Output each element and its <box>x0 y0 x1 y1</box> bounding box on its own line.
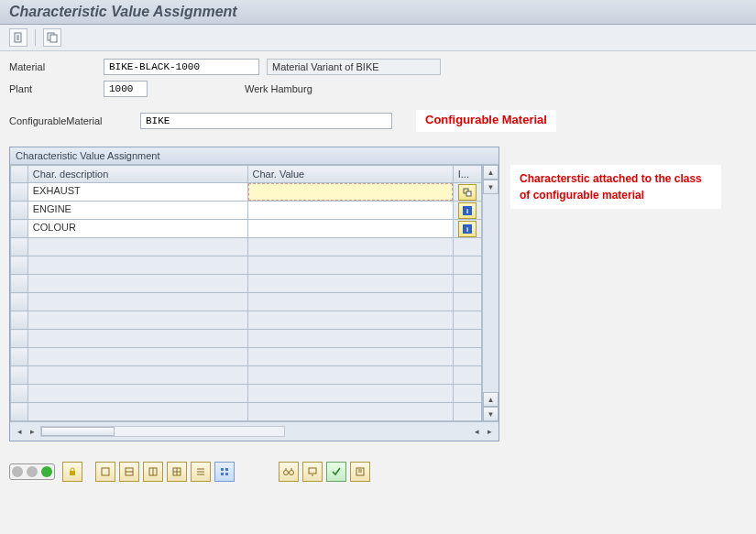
table-row[interactable] <box>11 330 482 348</box>
row-header[interactable] <box>11 256 28 275</box>
cell-char-value[interactable] <box>247 275 453 293</box>
char-value-input[interactable] <box>248 183 453 201</box>
cell-info[interactable] <box>453 330 481 348</box>
cell-char-description[interactable] <box>27 385 247 403</box>
cell-char-value[interactable] <box>247 293 453 311</box>
footer-btn-6[interactable] <box>214 462 235 482</box>
cell-char-value[interactable] <box>247 202 453 220</box>
cell-char-description[interactable] <box>27 330 247 348</box>
table-row[interactable] <box>11 238 482 256</box>
cell-char-description[interactable] <box>27 293 247 311</box>
footer-btn-find[interactable] <box>279 462 299 482</box>
cell-char-description[interactable] <box>27 256 247 275</box>
hscroll-left[interactable]: ▸ <box>26 425 38 438</box>
scroll-down-button[interactable]: ▼ <box>483 180 499 194</box>
cell-char-value[interactable] <box>247 330 453 348</box>
footer-btn-9[interactable] <box>350 462 370 482</box>
cell-char-value[interactable] <box>247 403 453 421</box>
cell-info[interactable]: i <box>453 202 481 220</box>
col-char-value[interactable]: Char. Value <box>247 166 453 183</box>
cell-char-value[interactable] <box>247 256 453 275</box>
hscroll-right[interactable]: ◂ <box>470 425 483 438</box>
cell-char-value[interactable] <box>247 366 453 385</box>
footer-btn-lock[interactable] <box>62 462 82 482</box>
footer-btn-7[interactable] <box>302 462 323 482</box>
info-button[interactable]: i <box>458 221 477 237</box>
hscroll-left-start[interactable]: ◂ <box>13 425 26 438</box>
plant-input[interactable] <box>104 81 148 97</box>
table-row[interactable] <box>11 403 482 421</box>
row-header[interactable] <box>11 311 28 330</box>
cell-info[interactable] <box>453 183 481 202</box>
table-row[interactable] <box>11 275 482 293</box>
char-value-input[interactable] <box>248 220 453 237</box>
info-button[interactable]: i <box>458 202 477 219</box>
scroll-bottom-up-button[interactable]: ▲ <box>483 392 499 407</box>
cell-info[interactable] <box>453 348 481 366</box>
config-material-input[interactable] <box>140 113 392 129</box>
hscroll-thumb[interactable] <box>41 427 115 436</box>
row-header[interactable] <box>11 403 28 421</box>
footer-btn-5[interactable] <box>191 462 211 482</box>
footer-btn-1[interactable] <box>95 462 115 482</box>
table-row[interactable] <box>11 311 482 330</box>
col-info[interactable]: I... <box>453 166 481 183</box>
table-row[interactable] <box>11 293 482 311</box>
footer-btn-8[interactable] <box>326 462 346 482</box>
row-header[interactable] <box>11 238 28 256</box>
col-char-description[interactable]: Char. description <box>27 166 247 183</box>
cell-char-description[interactable] <box>27 275 247 293</box>
cell-info[interactable] <box>453 256 481 275</box>
toolbar-btn-1[interactable] <box>9 28 27 47</box>
cell-char-value[interactable] <box>247 348 453 366</box>
cell-info[interactable] <box>453 403 481 421</box>
table-row[interactable]: COLOURi <box>11 220 482 238</box>
footer-btn-3[interactable] <box>143 462 163 482</box>
cell-info[interactable] <box>453 293 481 311</box>
row-header[interactable] <box>11 183 28 202</box>
row-header[interactable] <box>11 348 28 366</box>
footer-btn-4[interactable] <box>167 462 187 482</box>
cell-char-description[interactable] <box>27 238 247 256</box>
table-row[interactable] <box>11 366 482 385</box>
cell-char-value[interactable] <box>247 220 453 238</box>
cell-char-value[interactable] <box>247 311 453 330</box>
cell-info[interactable] <box>453 366 481 385</box>
row-header[interactable] <box>11 330 28 348</box>
hscroll-track[interactable] <box>40 426 285 437</box>
material-input[interactable] <box>104 59 259 75</box>
cell-char-value[interactable] <box>247 385 453 403</box>
cell-char-description[interactable] <box>27 366 247 385</box>
cell-char-description[interactable]: ENGINE <box>27 202 247 220</box>
row-header[interactable] <box>11 275 28 293</box>
table-row[interactable] <box>11 256 482 275</box>
vertical-scrollbar[interactable]: ▲ ▼ ▲ ▼ <box>482 165 499 421</box>
cell-info[interactable] <box>453 385 481 403</box>
table-row[interactable] <box>11 348 482 366</box>
cell-char-description[interactable]: COLOUR <box>27 220 247 238</box>
hscroll-right-end[interactable]: ▸ <box>483 425 496 438</box>
table-row[interactable]: ENGINEi <box>11 202 482 220</box>
char-value-input[interactable] <box>248 202 453 219</box>
cell-char-description[interactable]: EXHAUST <box>27 183 247 202</box>
cell-info[interactable]: i <box>453 220 481 238</box>
table-row[interactable] <box>11 385 482 403</box>
cell-char-description[interactable] <box>27 348 247 366</box>
footer-btn-2[interactable] <box>119 462 139 482</box>
cell-char-value[interactable] <box>247 183 453 202</box>
row-header[interactable] <box>11 293 28 311</box>
cell-char-description[interactable] <box>27 403 247 421</box>
toolbar-btn-2[interactable] <box>43 28 61 47</box>
horizontal-scrollbar[interactable]: ◂ ▸ ◂ ▸ <box>10 421 499 441</box>
cell-char-value[interactable] <box>247 238 453 256</box>
value-help-button[interactable] <box>458 184 477 201</box>
row-header[interactable] <box>11 202 28 220</box>
row-header[interactable] <box>11 385 28 403</box>
row-header[interactable] <box>11 220 28 238</box>
cell-info[interactable] <box>453 311 481 330</box>
cell-info[interactable] <box>453 275 481 293</box>
table-row[interactable]: EXHAUST <box>11 183 482 202</box>
cell-char-description[interactable] <box>27 311 247 330</box>
row-header[interactable] <box>11 366 28 385</box>
scroll-up-button[interactable]: ▲ <box>483 165 499 180</box>
